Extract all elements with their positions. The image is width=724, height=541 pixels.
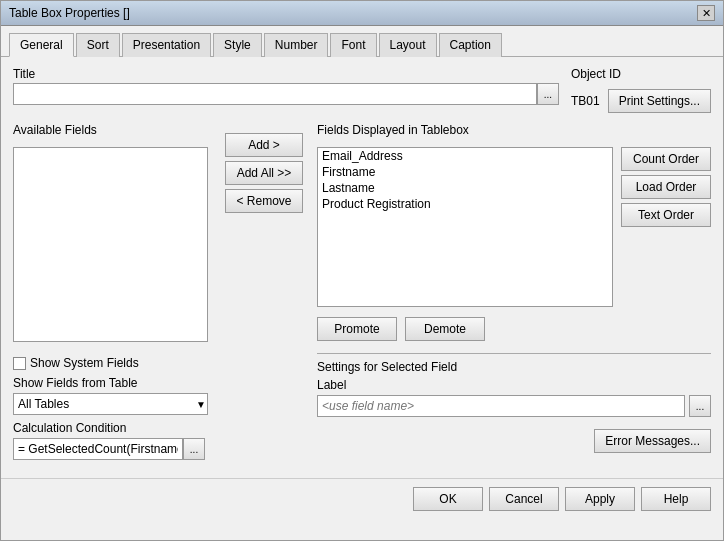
top-section: Title ... Object ID TB01 Print Settings.… — [13, 67, 711, 113]
settings-section: Settings for Selected Field Label ... — [317, 353, 711, 417]
order-buttons: Count Order Load Order Text Order — [621, 147, 711, 307]
object-id-value: TB01 — [571, 94, 600, 108]
title-input[interactable] — [13, 83, 537, 105]
main-window: Table Box Properties [] ✕ General Sort P… — [0, 0, 724, 541]
window-title: Table Box Properties [] — [9, 6, 130, 20]
list-item[interactable]: Lastname — [318, 180, 612, 196]
load-order-button[interactable]: Load Order — [621, 175, 711, 199]
tab-presentation[interactable]: Presentation — [122, 33, 211, 57]
fields-area: Email_Address Firstname Lastname Product… — [317, 147, 711, 307]
add-all-button[interactable]: Add All >> — [225, 161, 303, 185]
error-messages-button[interactable]: Error Messages... — [594, 429, 711, 453]
label-input[interactable] — [317, 395, 685, 417]
ok-button[interactable]: OK — [413, 487, 483, 511]
calc-input-row: ... — [13, 438, 213, 460]
list-item[interactable]: Email_Address — [318, 148, 612, 164]
title-label: Title — [13, 67, 559, 81]
tab-content: Title ... Object ID TB01 Print Settings.… — [1, 57, 723, 470]
tab-caption[interactable]: Caption — [439, 33, 502, 57]
tab-font[interactable]: Font — [330, 33, 376, 57]
middle-buttons: Add > Add All >> < Remove — [225, 123, 305, 460]
count-order-button[interactable]: Count Order — [621, 147, 711, 171]
fields-display-section: Email_Address Firstname Lastname Product… — [317, 147, 613, 307]
show-fields-wrapper: All Tables ▼ — [13, 393, 208, 415]
left-bottom: Show System Fields Show Fields from Tabl… — [13, 356, 213, 460]
help-button[interactable]: Help — [641, 487, 711, 511]
cancel-button[interactable]: Cancel — [489, 487, 559, 511]
apply-button[interactable]: Apply — [565, 487, 635, 511]
add-button[interactable]: Add > — [225, 133, 303, 157]
calc-label: Calculation Condition — [13, 421, 213, 435]
fields-displayed-list[interactable]: Email_Address Firstname Lastname Product… — [317, 147, 613, 307]
tab-number[interactable]: Number — [264, 33, 329, 57]
show-fields-label: Show Fields from Table — [13, 376, 213, 390]
calc-input[interactable] — [13, 438, 183, 460]
show-fields-select[interactable]: All Tables — [13, 393, 208, 415]
calc-browse-button[interactable]: ... — [183, 438, 205, 460]
promote-button[interactable]: Promote — [317, 317, 397, 341]
remove-button[interactable]: < Remove — [225, 189, 303, 213]
title-input-row: ... — [13, 83, 559, 105]
object-id-row: TB01 Print Settings... — [571, 89, 711, 113]
close-icon: ✕ — [702, 7, 711, 20]
object-id-label: Object ID — [571, 67, 621, 81]
show-system-label: Show System Fields — [30, 356, 139, 370]
tab-style[interactable]: Style — [213, 33, 262, 57]
available-fields-label: Available Fields — [13, 123, 213, 137]
fields-displayed-label: Fields Displayed in Tablebox — [317, 123, 711, 137]
bottom-bar: OK Cancel Apply Help — [1, 478, 723, 519]
main-area: Available Fields Show System Fields Show… — [13, 123, 711, 460]
show-system-row: Show System Fields — [13, 356, 213, 370]
list-item[interactable]: Firstname — [318, 164, 612, 180]
label-input-row: ... — [317, 395, 711, 417]
right-panel: Fields Displayed in Tablebox Email_Addre… — [317, 123, 711, 460]
close-button[interactable]: ✕ — [697, 5, 715, 21]
list-item[interactable]: Product Registration — [318, 196, 612, 212]
calc-section: Calculation Condition ... — [13, 421, 213, 460]
label-browse-button[interactable]: ... — [689, 395, 711, 417]
tab-general[interactable]: General — [9, 33, 74, 57]
label-label: Label — [317, 378, 711, 392]
tab-layout[interactable]: Layout — [379, 33, 437, 57]
promote-demote-row: Promote Demote — [317, 317, 711, 341]
title-bar: Table Box Properties [] ✕ — [1, 1, 723, 26]
print-settings-button[interactable]: Print Settings... — [608, 89, 711, 113]
text-order-button[interactable]: Text Order — [621, 203, 711, 227]
available-fields-list[interactable] — [13, 147, 208, 342]
demote-button[interactable]: Demote — [405, 317, 485, 341]
settings-label: Settings for Selected Field — [317, 360, 711, 374]
tabs-bar: General Sort Presentation Style Number F… — [1, 26, 723, 57]
tab-sort[interactable]: Sort — [76, 33, 120, 57]
title-section: Title ... — [13, 67, 559, 105]
show-system-checkbox[interactable] — [13, 357, 26, 370]
object-id-section: Object ID TB01 Print Settings... — [571, 67, 711, 113]
title-browse-button[interactable]: ... — [537, 83, 559, 105]
error-btn-area: Error Messages... — [317, 429, 711, 453]
left-panel: Available Fields Show System Fields Show… — [13, 123, 213, 460]
